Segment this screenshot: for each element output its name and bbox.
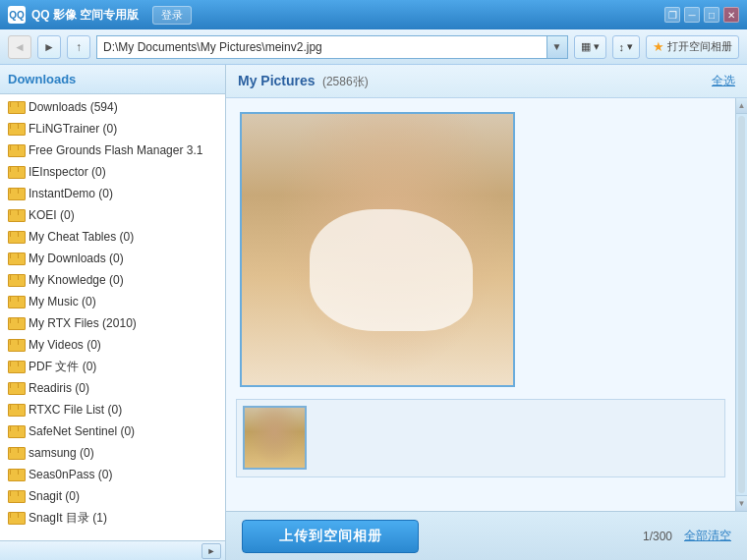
sidebar: Downloads Downloads (594)FLiNGTrainer (0… [0,65,226,560]
forward-button[interactable]: ► [37,35,61,59]
folder-icon [8,296,24,308]
sidebar-item[interactable]: KOEI (0) [0,204,225,226]
content-header: My Pictures (2586张) 全选 [226,65,747,98]
main-layout: Downloads Downloads (594)FLiNGTrainer (0… [0,65,747,560]
photo-grid: ✓ [236,108,519,391]
view-icon: ▦ [581,40,591,53]
sidebar-item-label: samsung (0) [29,446,94,460]
upload-button[interactable]: 上传到空间相册 [242,520,419,553]
footer-right: 1/300 全部清空 [643,528,731,544]
login-button[interactable]: 登录 [152,6,192,25]
sort-dropdown-arrow: ▾ [627,40,633,53]
sidebar-item[interactable]: My Downloads (0) [0,248,225,269]
sidebar-item[interactable]: Downloads (594) [0,96,225,118]
content-scrollbar[interactable]: ▲ ▼ [735,98,747,511]
folder-icon [8,252,24,265]
folder-icon [8,166,24,179]
sidebar-header: Downloads [0,65,225,94]
sidebar-item[interactable]: My Knowledge (0) [0,269,225,291]
sidebar-item[interactable]: FLiNGTrainer (0) [0,118,225,140]
thumbnails-row [236,399,725,477]
small-photo-1 [245,408,305,468]
sidebar-item[interactable]: My Music (0) [0,291,225,312]
sidebar-item-label: My Downloads (0) [29,252,124,265]
pagination-label: 1/300 [643,530,672,543]
scroll-thumb[interactable] [738,116,745,493]
maximize-button[interactable]: □ [704,7,719,23]
sidebar-item-label: RTXC File List (0) [29,403,122,417]
folder-icon [8,425,24,438]
app-title: QQ 影像 空间专用版 [31,7,139,24]
sidebar-item[interactable]: Free Grounds Flash Manager 3.1 [0,140,225,161]
folder-icon [8,469,24,481]
sidebar-item-label: Downloads (594) [29,100,118,114]
address-dropdown[interactable]: ▼ [546,35,568,59]
sidebar-item-label: My Cheat Tables (0) [29,230,134,244]
back-button[interactable]: ◄ [8,35,31,59]
small-thumb-1[interactable] [243,406,307,470]
sidebar-item[interactable]: My Videos (0) [0,334,225,356]
folder-icon [8,382,24,395]
content-area: My Pictures (2586张) 全选 ✓ [226,65,747,560]
sidebar-item[interactable]: PDF 文件 (0) [0,356,225,377]
content-body: ✓ ▲ ▼ [226,98,747,511]
sidebar-item-label: FLiNGTrainer (0) [29,122,117,136]
address-input[interactable] [96,35,546,59]
scroll-up-button[interactable]: ▲ [736,98,747,114]
folder-icon [8,490,24,503]
open-album-button[interactable]: ★ 打开空间相册 [646,35,739,59]
sidebar-item[interactable]: My Cheat Tables (0) [0,226,225,248]
view-dropdown-arrow: ▾ [594,40,600,53]
sidebar-item-label: InstantDemo (0) [29,187,113,200]
toolbar: ◄ ► ↑ ▼ ▦ ▾ ↕ ▾ ★ 打开空间相册 [0,29,747,65]
sidebar-footer: ► [0,540,225,560]
content-title: My Pictures [238,73,316,88]
window-controls: ❐ ─ □ ✕ [664,7,739,23]
sidebar-item[interactable]: My RTX Files (2010) [0,312,225,334]
sidebar-item[interactable]: RTXC File List (0) [0,399,225,420]
main-image-thumb[interactable]: ✓ [240,112,515,387]
sidebar-item[interactable]: Readiris (0) [0,377,225,399]
clear-all-button[interactable]: 全部清空 [684,528,731,544]
sidebar-list[interactable]: Downloads (594)FLiNGTrainer (0)Free Grou… [0,94,225,540]
sidebar-item[interactable]: InstantDemo (0) [0,183,225,204]
sidebar-item[interactable]: IEInspector (0) [0,161,225,183]
address-bar-container: ▼ [96,35,568,59]
sidebar-item-label: Seas0nPass (0) [29,468,112,481]
folder-icon [8,101,24,114]
folder-icon [8,274,24,287]
folder-icon [8,404,24,417]
close-button[interactable]: ✕ [723,7,739,23]
folder-icon [8,188,24,200]
sidebar-item[interactable]: SafeNet Sentinel (0) [0,420,225,442]
sidebar-header-label: Downloads [8,72,76,86]
up-button[interactable]: ↑ [67,35,90,59]
scroll-down-button[interactable]: ▼ [736,495,747,511]
sidebar-item[interactable]: samsung (0) [0,442,225,464]
sidebar-item-label: Free Grounds Flash Manager 3.1 [29,143,202,157]
view-button[interactable]: ▦ ▾ [574,35,606,59]
sidebar-item[interactable]: SnagIt 目录 (1) [0,507,225,529]
sidebar-scroll-right[interactable]: ► [201,543,221,559]
folder-icon [8,209,24,222]
restore-button[interactable]: ❐ [664,7,680,23]
sidebar-item[interactable]: Snagit (0) [0,485,225,507]
sidebar-item-label: My Videos (0) [29,338,101,352]
open-album-label: 打开空间相册 [667,39,732,54]
title-bar: QQ QQ 影像 空间专用版 登录 ❐ ─ □ ✕ [0,0,747,29]
content-scroll-area[interactable]: ✓ [226,98,735,511]
title-left: QQ QQ 影像 空间专用版 登录 [8,6,192,25]
select-all-button[interactable]: 全选 [712,73,735,89]
sort-icon: ↕ [619,41,625,53]
sidebar-item[interactable]: Seas0nPass (0) [0,464,225,485]
sort-button[interactable]: ↕ ▾ [612,35,641,59]
sidebar-item-label: SafeNet Sentinel (0) [29,424,135,438]
folder-icon [8,361,24,373]
folder-icon [8,512,24,525]
sidebar-item-label: My Knowledge (0) [29,273,124,287]
sidebar-item-label: SnagIt 目录 (1) [29,510,107,527]
folder-icon [8,231,24,244]
minimize-button[interactable]: ─ [684,7,700,23]
folder-icon [8,447,24,460]
sidebar-item-label: IEInspector (0) [29,165,106,179]
